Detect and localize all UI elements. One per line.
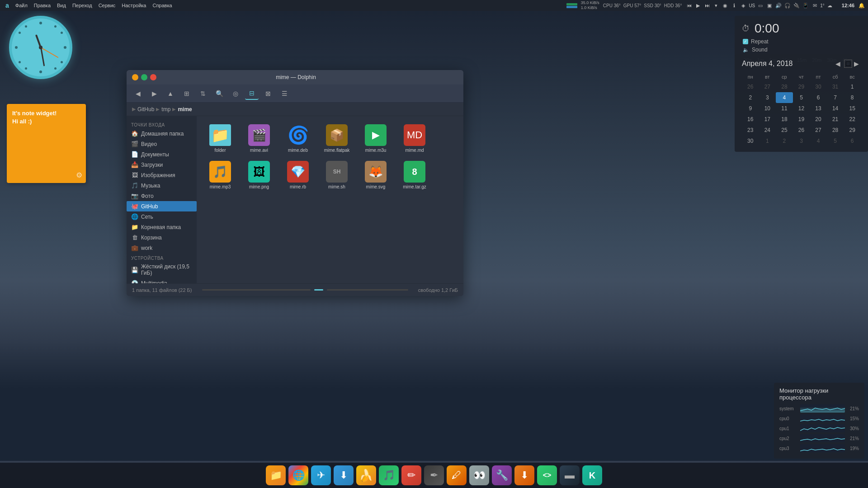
- window-maximize-button[interactable]: □: [141, 74, 147, 80]
- file-item-mp3[interactable]: 🎵 mime.mp3: [202, 158, 238, 192]
- dock-item-qbittorrent[interactable]: ⬇: [334, 465, 354, 485]
- calendar-next-button[interactable]: ▶: [852, 60, 861, 67]
- cal-day[interactable]: 27: [810, 125, 827, 136]
- cal-day-today[interactable]: 4: [776, 92, 793, 103]
- dock-item-konsole[interactable]: ▬: [560, 465, 580, 485]
- timer-sound-option[interactable]: 🔈 Sound: [743, 47, 861, 53]
- dock-item-stylus[interactable]: 🖊: [447, 465, 467, 485]
- cal-day[interactable]: 14: [827, 103, 844, 114]
- icon-view-button[interactable]: ⊟: [245, 87, 259, 100]
- info-icon[interactable]: ℹ: [731, 2, 738, 9]
- menu-settings[interactable]: Настройка: [119, 3, 149, 8]
- cal-day[interactable]: 2: [776, 136, 793, 146]
- timer-repeat-option[interactable]: ✓ Repeat: [743, 38, 861, 45]
- monitor-icon[interactable]: ▣: [766, 2, 773, 9]
- play-icon[interactable]: ▶: [694, 2, 702, 9]
- file-item-md[interactable]: MD mime.md: [396, 122, 433, 155]
- cal-day[interactable]: 4: [810, 136, 827, 146]
- screen-icon[interactable]: ▭: [757, 2, 764, 9]
- sidebar-item-multimedia[interactable]: 💿 Multimedia: [127, 278, 197, 283]
- sidebar-item-photos[interactable]: 📷 Фото: [127, 191, 197, 201]
- system-clock[interactable]: 12:46: [838, 3, 854, 8]
- notifications-icon[interactable]: 🔔: [858, 2, 865, 9]
- cal-day[interactable]: 26: [793, 125, 810, 136]
- search-button[interactable]: 🔍: [212, 87, 226, 100]
- file-item-rb[interactable]: 💎 mime.rb: [280, 158, 316, 192]
- dock-item-music[interactable]: 🎵: [379, 465, 399, 485]
- cal-day[interactable]: 20: [810, 114, 827, 125]
- menu-edit[interactable]: Правка: [31, 3, 53, 8]
- cal-day[interactable]: 19: [793, 114, 810, 125]
- cal-day[interactable]: 12: [793, 103, 810, 114]
- details-view-button[interactable]: ⊠: [261, 87, 275, 100]
- cal-day[interactable]: 8: [844, 92, 861, 103]
- breadcrumb-github[interactable]: GitHub: [137, 106, 154, 113]
- phone-icon[interactable]: 📱: [802, 2, 809, 9]
- dock-item-wrenchy[interactable]: 🔧: [492, 465, 512, 485]
- location-icon[interactable]: ◈: [740, 2, 747, 9]
- sidebar-item-hdd[interactable]: 💾 Жёсткий диск (19,5 ГиБ): [127, 262, 197, 278]
- dropdown-icon[interactable]: ▾: [712, 2, 720, 9]
- cal-day[interactable]: 29: [844, 125, 861, 136]
- media-controls-icon[interactable]: ⏮: [685, 2, 693, 9]
- sidebar-item-network[interactable]: 🌐 Сеть: [127, 211, 197, 222]
- sidebar-item-home[interactable]: 🏠 Домашняя папка: [127, 128, 197, 139]
- file-item-flatpak[interactable]: 📦 mime.flatpak: [319, 122, 355, 155]
- headset-icon[interactable]: 🎧: [784, 2, 791, 9]
- grid-view-button[interactable]: ⊞: [180, 87, 193, 100]
- menu-file[interactable]: Файл: [13, 3, 30, 8]
- app-menu-button[interactable]: а: [3, 2, 12, 9]
- dock-item-downloader[interactable]: ⬇: [514, 465, 534, 485]
- battery-icon[interactable]: 🔌: [793, 2, 800, 9]
- sidebar-item-downloads[interactable]: 📥 Загрузки: [127, 160, 197, 170]
- cal-day[interactable]: 1: [844, 81, 861, 92]
- file-item-avi[interactable]: 🎬 mime.avi: [241, 122, 277, 155]
- cal-day[interactable]: 28: [776, 81, 793, 92]
- sidebar-item-trash[interactable]: 🗑 Корзина: [127, 232, 197, 243]
- menu-help[interactable]: Справка: [150, 3, 175, 8]
- cal-day[interactable]: 27: [759, 81, 776, 92]
- window-minimize-button[interactable]: ─: [132, 74, 138, 80]
- dock-item-code[interactable]: <>: [537, 465, 557, 485]
- sidebar-item-music[interactable]: 🎵 Музыка: [127, 180, 197, 191]
- window-close-button[interactable]: ✕: [150, 74, 156, 80]
- cal-day[interactable]: 6: [844, 136, 861, 146]
- cal-day[interactable]: 31: [827, 81, 844, 92]
- breadcrumb-mime[interactable]: mime: [178, 106, 192, 113]
- cal-day[interactable]: 29: [793, 81, 810, 92]
- scroll-thumb[interactable]: [314, 289, 323, 291]
- sidebar-item-work[interactable]: 💼 work: [127, 243, 197, 253]
- dock-item-file-manager[interactable]: 📁: [266, 465, 286, 485]
- cal-day[interactable]: 13: [810, 103, 827, 114]
- cal-day[interactable]: 16: [742, 114, 759, 125]
- sidebar-item-root[interactable]: 📁 Корневая папка: [127, 222, 197, 232]
- back-button[interactable]: ◀: [131, 87, 145, 100]
- up-button[interactable]: ▲: [164, 87, 177, 100]
- cal-day[interactable]: 3: [759, 92, 776, 103]
- cal-day[interactable]: 9: [742, 103, 759, 114]
- cal-day[interactable]: 7: [827, 92, 844, 103]
- cal-day[interactable]: 18: [776, 114, 793, 125]
- cal-day[interactable]: 17: [759, 114, 776, 125]
- file-item-png[interactable]: 🖼 mime.png: [241, 158, 277, 192]
- cal-day[interactable]: 10: [759, 103, 776, 114]
- skip-icon[interactable]: ⏭: [703, 2, 711, 9]
- breadcrumb-tmp[interactable]: tmp: [161, 106, 170, 113]
- menu-service[interactable]: Сервис: [96, 3, 118, 8]
- sort-button[interactable]: ⇅: [196, 87, 210, 100]
- dock-item-banana[interactable]: 🍌: [356, 465, 376, 485]
- cal-day[interactable]: 24: [759, 125, 776, 136]
- cal-day[interactable]: 1: [759, 136, 776, 146]
- cal-day[interactable]: 30: [742, 136, 759, 146]
- sidebar-item-images[interactable]: 🖼 Изображения: [127, 170, 197, 180]
- dock-item-eyes[interactable]: 👀: [469, 465, 489, 485]
- rss-icon[interactable]: ◉: [722, 2, 729, 9]
- cal-day[interactable]: 3: [793, 136, 810, 146]
- file-item-targz[interactable]: 8 mime.tar.gz: [396, 158, 433, 192]
- cal-day[interactable]: 6: [810, 92, 827, 103]
- dock-item-kde[interactable]: K: [582, 465, 602, 485]
- cal-day[interactable]: 23: [742, 125, 759, 136]
- dock-item-editor[interactable]: ✏: [401, 465, 421, 485]
- file-item-deb[interactable]: 🌀 mime.deb: [280, 122, 316, 155]
- file-item-svg[interactable]: 🦊 mime.svg: [358, 158, 394, 192]
